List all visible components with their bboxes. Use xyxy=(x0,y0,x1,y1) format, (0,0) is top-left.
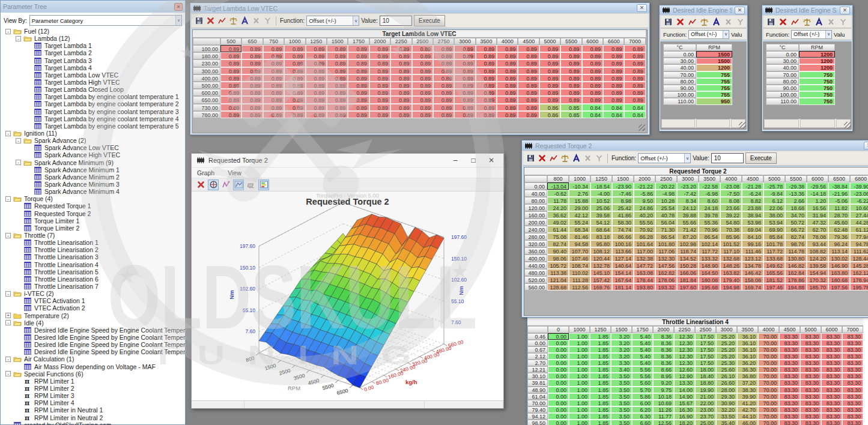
cell[interactable]: 36.10 xyxy=(737,353,758,360)
cell[interactable]: 0.89 xyxy=(539,67,560,74)
tree-item[interactable]: Air Mass Flow depending on Voltage - MAF xyxy=(1,363,185,370)
cell[interactable]: 0.89 xyxy=(369,96,390,103)
cell[interactable]: 117.72 xyxy=(763,247,785,255)
cell[interactable]: 101.78 xyxy=(763,240,785,247)
cell[interactable]: 0.89 xyxy=(284,67,305,74)
cell[interactable]: 24.86 xyxy=(634,204,655,211)
cell[interactable]: 170.32 xyxy=(807,276,828,283)
filter-icon[interactable] xyxy=(735,17,745,26)
cell[interactable]: 0.89 xyxy=(454,74,475,82)
cell[interactable]: 55.24 xyxy=(569,219,590,226)
row-header[interactable]: 500.00 xyxy=(193,82,220,89)
axes-icon[interactable] xyxy=(571,154,581,163)
cell[interactable]: 29.30 xyxy=(716,393,737,400)
cell[interactable]: -6.22 xyxy=(850,197,868,204)
cell[interactable]: 117.10 xyxy=(720,247,742,255)
cell[interactable]: 107.70 xyxy=(569,247,590,255)
cell[interactable]: 111.28 xyxy=(569,276,590,283)
column-header[interactable]: 1500 xyxy=(612,175,634,182)
cell[interactable]: -5.06 xyxy=(828,197,850,204)
cell[interactable]: 0.89 xyxy=(412,96,433,103)
cell[interactable]: 12.56 xyxy=(653,420,674,425)
cell[interactable]: 0.89 xyxy=(241,96,263,103)
cell[interactable]: 0.89 xyxy=(241,45,263,52)
filter-icon[interactable] xyxy=(263,16,272,26)
column-header[interactable]: 1750 xyxy=(632,326,653,333)
cell[interactable]: 5.70 xyxy=(632,387,653,393)
cell[interactable]: 42.70 xyxy=(737,406,758,413)
cell[interactable]: 5.40 xyxy=(632,340,653,346)
cell[interactable]: 0.89 xyxy=(624,74,645,82)
cell[interactable]: 181.52 xyxy=(763,276,785,283)
cell[interactable]: 0.89 xyxy=(348,96,369,103)
chevron-down-icon[interactable]: ∨ xyxy=(684,154,690,163)
cell[interactable]: 0.89 xyxy=(518,52,539,59)
column-header[interactable]: °C xyxy=(766,44,799,51)
column-header[interactable]: 5000 xyxy=(763,175,785,182)
cell[interactable]: 157.42 xyxy=(590,276,612,283)
row-header[interactable]: 70.00 xyxy=(527,400,548,406)
column-header[interactable]: 2500 xyxy=(695,326,716,333)
cell[interactable]: 54.12 xyxy=(590,219,612,226)
cell[interactable]: 83.30 xyxy=(800,393,821,400)
cell[interactable]: 83.30 xyxy=(821,413,842,420)
column-header[interactable]: 0 xyxy=(548,326,569,333)
cell[interactable]: 0.89 xyxy=(369,89,390,96)
cell[interactable]: 124.20 xyxy=(807,255,828,262)
cell[interactable]: 83.18 xyxy=(590,233,612,240)
row-header[interactable]: 0.00 xyxy=(766,51,799,58)
cell[interactable]: 3.50 xyxy=(611,420,632,425)
cell[interactable]: -23.20 xyxy=(677,182,699,190)
cell[interactable]: 12.60 xyxy=(674,366,695,373)
close-icon[interactable]: ✕ xyxy=(174,3,183,11)
cell[interactable]: 1500 xyxy=(696,51,732,58)
cell[interactable]: 83.30 xyxy=(842,413,863,420)
cell[interactable]: -18.54 xyxy=(590,182,612,190)
cell[interactable]: 83.30 xyxy=(842,360,863,366)
cell[interactable]: 83.30 xyxy=(779,373,800,379)
tree-item[interactable]: -Fuel (12) xyxy=(1,28,185,35)
cell[interactable]: 19.90 xyxy=(695,387,716,393)
cell[interactable]: 37.20 xyxy=(737,379,758,386)
cell[interactable]: 0.89 xyxy=(476,82,497,89)
cell[interactable]: 23.00 xyxy=(695,406,716,413)
cell[interactable]: 25.20 xyxy=(716,353,737,360)
cell[interactable]: 0.89 xyxy=(220,74,241,82)
cell[interactable]: 132.38 xyxy=(634,255,655,262)
cell[interactable]: 8.95 xyxy=(653,373,674,379)
tree-item[interactable]: Throttle Linearisation 4 xyxy=(1,261,185,268)
cell[interactable]: 70.92 xyxy=(634,226,655,233)
cell[interactable]: 83.30 xyxy=(821,346,842,353)
cell[interactable]: 169.76 xyxy=(590,283,612,291)
cell[interactable]: 83.30 xyxy=(779,340,800,346)
cell[interactable]: 195.68 xyxy=(699,283,720,291)
cell[interactable]: 148.90 xyxy=(699,262,720,269)
cell[interactable]: 0.89 xyxy=(306,52,327,59)
cell[interactable]: 0.89 xyxy=(348,59,369,67)
tree-item[interactable]: Target Lambda 1 xyxy=(1,42,185,49)
cell[interactable]: 0.89 xyxy=(241,82,263,89)
column-header[interactable]: 4500 xyxy=(779,326,800,333)
row-header[interactable]: 90.00 xyxy=(663,85,696,91)
cell[interactable]: 0.89 xyxy=(220,67,241,74)
cell[interactable]: 1200 xyxy=(799,51,835,58)
cell[interactable]: 98.06 xyxy=(547,255,569,262)
cell[interactable]: 83.30 xyxy=(800,340,821,346)
cell[interactable]: 0.89 xyxy=(624,67,645,74)
cell[interactable]: 12.30 xyxy=(674,353,695,360)
cell[interactable]: 68.34 xyxy=(569,226,590,233)
cell[interactable]: 0.89 xyxy=(348,74,369,82)
cell[interactable]: 0.89 xyxy=(454,96,475,103)
column-header[interactable]: 1000 xyxy=(284,38,305,45)
cell[interactable]: 36.10 xyxy=(737,340,758,346)
cell[interactable]: 0.89 xyxy=(390,96,411,103)
cell[interactable]: -6.98 xyxy=(699,190,720,197)
cell[interactable]: 180.08 xyxy=(699,276,720,283)
cell[interactable]: 9.75 xyxy=(653,387,674,393)
cell[interactable]: 39.58 xyxy=(590,211,612,219)
column-header[interactable]: 3500 xyxy=(737,326,758,333)
cell[interactable]: 0.89 xyxy=(241,52,263,59)
expand-toggle[interactable]: - xyxy=(5,131,11,136)
cell[interactable]: 12.30 xyxy=(674,333,695,340)
view-by-select[interactable]: Parameter Category ∨ xyxy=(29,15,182,26)
